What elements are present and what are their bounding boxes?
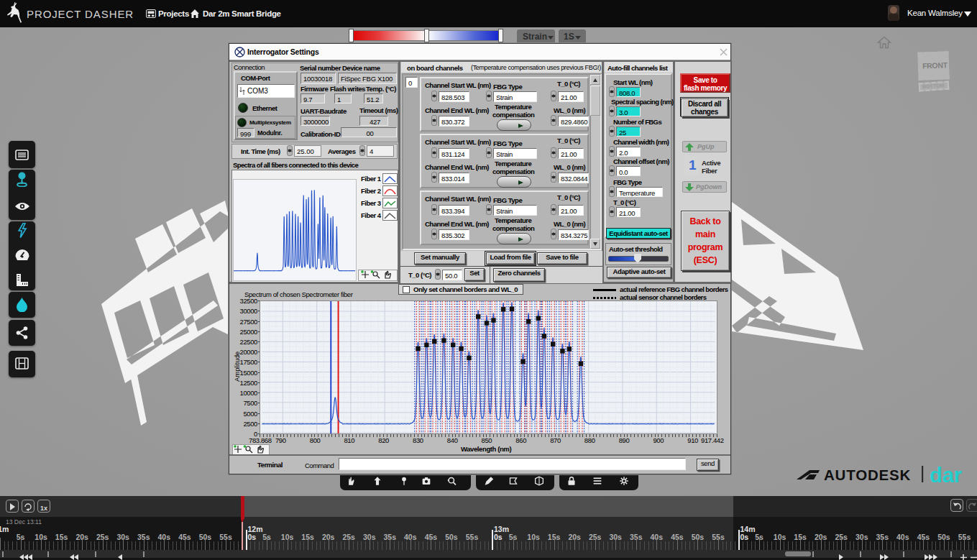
- svg-text:dar: dar: [930, 464, 962, 485]
- svg-text:AUTODESK: AUTODESK: [824, 467, 911, 483]
